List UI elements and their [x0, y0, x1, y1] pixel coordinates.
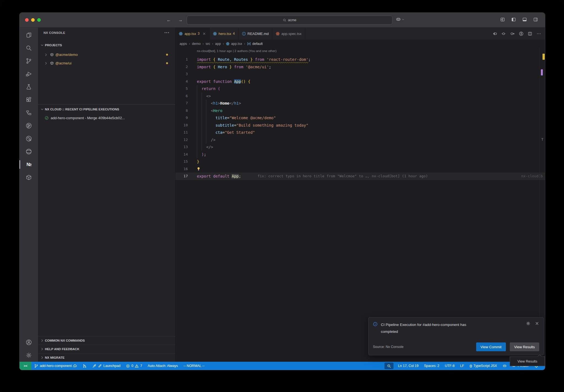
project-label: @acme/demo	[55, 53, 78, 57]
activity-item-testing[interactable]	[20, 80, 38, 93]
copilot-icon	[503, 364, 507, 368]
tab-hero-tsx[interactable]: hero.tsx4	[210, 28, 238, 40]
activity-item-settings[interactable]	[20, 349, 38, 362]
more-actions-icon[interactable]	[536, 31, 541, 36]
activity-item-gitlens[interactable]	[20, 119, 38, 132]
status-eol[interactable]: LF	[457, 362, 467, 370]
copilot-icon	[396, 17, 401, 22]
notification-toast: CI Pipeline Execution for #add-hero-comp…	[368, 317, 544, 355]
breadcrumb-item-app[interactable]: app	[215, 42, 221, 46]
status-zoom-indicator[interactable]	[384, 363, 394, 369]
nav-forward-circle-icon[interactable]	[510, 31, 515, 36]
more-actions-icon[interactable]: ···	[164, 30, 170, 35]
activity-item-project-hierarchy[interactable]	[20, 106, 38, 119]
view-results-button[interactable]: View Results	[510, 342, 539, 351]
split-editor-icon[interactable]	[528, 31, 532, 36]
line-content: <h1>Home</h1>	[197, 100, 241, 107]
status-cursor-position[interactable]: Ln 17, Col 19	[395, 362, 421, 370]
code-editor[interactable]: nx-cloud[bot], 1 hour ago | 2 authors (Y…	[175, 48, 545, 362]
git-blame-codelens[interactable]: nx-cloud[bot], 1 hour ago | 2 authors (Y…	[197, 49, 276, 53]
nav-back-circle-icon[interactable]	[492, 31, 497, 36]
tab-bar: app.tsx3hero.tsx4README.mdapp.spec.tsx	[175, 28, 545, 40]
tab-README-md[interactable]: README.md	[238, 28, 272, 40]
code-line-17: 17export default App;fix: correct typo i…	[175, 173, 545, 180]
status-copilot-status[interactable]	[500, 362, 509, 370]
activity-item-account[interactable]	[20, 336, 38, 349]
status-remote-indicator[interactable]: ><	[20, 362, 31, 370]
view-commit-button[interactable]: View Commit	[476, 342, 506, 351]
customize-layout-icon[interactable]	[500, 17, 505, 22]
code-line-7: 7 <h1>Home</h1>	[175, 100, 545, 107]
status-branch-status[interactable]: add-hero-component	[31, 362, 80, 370]
breadcrumb-item-src[interactable]: src	[205, 42, 210, 46]
copilot-menu-button[interactable]	[396, 17, 405, 22]
breadcrumb-item-apps[interactable]: apps	[180, 42, 187, 46]
run-debug-icon	[26, 71, 32, 77]
line-number: 13	[175, 143, 188, 151]
tab-app-tsx[interactable]: app.tsx3	[175, 28, 210, 40]
minimize-window-button[interactable]	[31, 18, 35, 22]
source-control-icon	[26, 58, 32, 64]
status-problems[interactable]: 07	[123, 362, 145, 370]
close-window-button[interactable]	[25, 18, 29, 22]
command-center-search[interactable]: acme	[187, 16, 392, 24]
tab-close-icon[interactable]	[202, 32, 206, 36]
breadcrumb-item-demo[interactable]: demo	[192, 42, 200, 46]
navigate-back-button[interactable]: ←	[166, 17, 172, 23]
breadcrumb-item-default[interactable]: default	[247, 42, 263, 46]
line-number: 10	[175, 122, 188, 129]
status-text: Ln 17, Col 19	[398, 364, 418, 368]
rocket-small-icon	[98, 364, 102, 368]
activity-item-run-debug[interactable]	[20, 67, 38, 80]
project-item[interactable]: @acme/ui	[38, 59, 175, 67]
activity-item-search[interactable]	[20, 42, 38, 55]
cloud-upload-icon	[73, 364, 77, 368]
status-auto-attach[interactable]: Auto Attach: Always	[145, 362, 181, 370]
line-content: cta="Get Started"	[197, 129, 255, 136]
status-launchpad[interactable]: Launchpad	[90, 362, 123, 370]
section-common-nx-commands[interactable]: COMMON NX COMMANDS	[38, 336, 175, 345]
activity-item-source-control[interactable]	[20, 55, 38, 67]
search-icon	[283, 18, 286, 22]
activity-item-extensions[interactable]	[20, 93, 38, 106]
lightbulb-icon[interactable]	[196, 167, 201, 171]
git-graph-circle-icon[interactable]	[519, 31, 524, 36]
tab-label: app.tsx	[185, 32, 196, 36]
activity-item-edge-devtools[interactable]	[20, 145, 38, 158]
tab-app-spec-tsx[interactable]: app.spec.tsx	[272, 28, 305, 40]
toggle-primary-sidebar-icon[interactable]	[511, 17, 516, 22]
breadcrumb-item-app-tsx[interactable]: app.tsx	[226, 42, 242, 46]
status-git-actions[interactable]	[80, 362, 90, 370]
nx-cloud-section-header[interactable]: NX CLOUD :: RECENT CI PIPELINE EXECUTION…	[38, 105, 175, 113]
circle-dash-icon[interactable]	[501, 31, 506, 36]
activity-item-explorer[interactable]	[20, 29, 38, 42]
containers-icon	[26, 174, 32, 181]
notification-close-icon[interactable]	[535, 321, 539, 326]
activity-item-gitlens-inspect[interactable]	[20, 132, 38, 145]
pipeline-execution-item[interactable]: add-hero-component - Merge 409b44e5cb02.…	[38, 114, 175, 122]
activity-item-nx-console[interactable]: N≥	[20, 158, 38, 171]
toggle-secondary-sidebar-icon[interactable]	[533, 17, 538, 22]
notification-settings-icon[interactable]	[526, 321, 530, 326]
section-nx-migrate[interactable]: NX MIGRATE	[38, 353, 175, 362]
project-item[interactable]: @acme/demo	[38, 50, 175, 59]
success-check-icon	[45, 116, 49, 120]
breadcrumb: apps›demo›src›app›app.tsx›default	[175, 40, 545, 48]
section-help-and-feedback[interactable]: HELP AND FEEDBACK	[38, 345, 175, 353]
toggle-panel-icon[interactable]	[522, 17, 527, 22]
zoom-window-button[interactable]	[37, 18, 41, 22]
status-encoding[interactable]: UTF-8	[442, 362, 457, 370]
activity-item-containers[interactable]	[20, 171, 38, 184]
status-language-mode[interactable]: {}TypeScript JSX	[467, 362, 500, 370]
info-icon	[373, 322, 378, 326]
react-file-icon	[276, 32, 280, 36]
nx-console-sidebar: NX CONSOLE ··· PROJECTS @acme/demo@acme/…	[38, 28, 175, 362]
projects-section-header[interactable]: PROJECTS	[38, 41, 175, 49]
line-content: import { Route, Routes } from 'react-rou…	[197, 56, 311, 63]
package-icon	[50, 61, 54, 65]
chevron-right-icon	[40, 356, 44, 360]
breadcrumb-separator: ›	[189, 42, 190, 46]
navigate-forward-button[interactable]: →	[177, 17, 184, 23]
status-vim-mode[interactable]: -- NORMAL --	[181, 362, 207, 370]
status-indentation[interactable]: Spaces: 2	[421, 362, 442, 370]
